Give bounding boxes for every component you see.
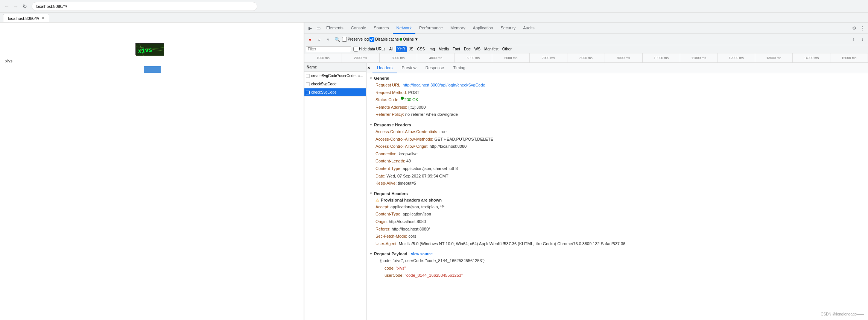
req-val-0: application/json, text/plain, */* <box>391 204 445 211</box>
general-section-header[interactable]: ▼ General <box>366 75 868 82</box>
disable-cache-checkbox[interactable]: Disable cache <box>369 37 399 42</box>
request-item-3[interactable]: checkSvgCode <box>304 88 366 97</box>
referrer-policy-key: Referrer Policy: <box>375 111 404 118</box>
req-val-2: http://localhost:8080 <box>389 218 426 225</box>
tab-network[interactable]: Network <box>393 23 415 34</box>
request-list-header: Name <box>304 63 366 72</box>
devtools-inspect-icon[interactable]: ▶ <box>306 24 314 32</box>
hide-data-urls-checkbox[interactable]: Hide data URLs <box>353 47 386 52</box>
request-item-1[interactable]: createSvgCode?userCode=code_8144_... <box>304 72 366 80</box>
network-filter-bar: Hide data URLs All XHR JS CSS Img Media … <box>304 45 868 53</box>
browser-tab[interactable]: localhost:8080/#/ ✕ <box>3 14 49 22</box>
filter-toggle-button[interactable]: ▿ <box>324 35 332 44</box>
tab-bar: localhost:8080/#/ ✕ <box>0 13 868 22</box>
request-payload-section: ▼ Request Payload view source {code: "xi… <box>366 249 868 281</box>
tab-application[interactable]: Application <box>469 23 497 34</box>
request-checkbox-1[interactable] <box>306 74 310 78</box>
payload-usercode-val: "code_8144_16625345561253" <box>405 272 463 279</box>
req-val-5: Mozilla/5.0 (Windows NT 10.0; Win64; x64… <box>399 241 625 247</box>
request-url-key: Request URL: <box>375 82 401 89</box>
forward-button[interactable]: → <box>12 3 20 10</box>
headers-tab-preview[interactable]: Preview <box>397 63 421 73</box>
timeline-bar: 1000 ms 2000 ms 3000 ms 4000 ms 5000 ms … <box>304 53 868 63</box>
resp-key-3: Connection: <box>375 151 398 158</box>
preserve-log-checkbox[interactable]: Preserve log <box>342 37 369 42</box>
filter-img[interactable]: Img <box>427 46 436 52</box>
resp-val-3: keep-alive <box>399 151 418 158</box>
request-checkbox-3[interactable] <box>306 91 310 94</box>
online-dot <box>400 38 402 41</box>
headers-tab-headers[interactable]: Headers <box>372 63 397 73</box>
remote-address-val: [::1]:3000 <box>408 104 426 111</box>
headers-tab-response[interactable]: Response <box>421 63 449 73</box>
filter-types: All XHR JS CSS Img Media Font Doc WS Man… <box>388 46 513 52</box>
search-button[interactable]: 🔍 <box>333 35 341 44</box>
record-button[interactable]: ● <box>306 35 314 44</box>
devtools-panel: ▶ ▭ Elements Console Sources Network Per… <box>304 23 868 320</box>
filter-js[interactable]: JS <box>407 46 415 52</box>
tab-sources[interactable]: Sources <box>370 23 392 34</box>
timeline-9000: 9000 ms <box>605 53 643 63</box>
filter-css[interactable]: CSS <box>416 46 427 52</box>
resp-key-1: Access-Control-Allow-Methods: <box>375 136 433 143</box>
reload-button[interactable]: ↻ <box>21 3 29 10</box>
req-val-3: http://localhost:8080/ <box>392 226 430 233</box>
tab-console[interactable]: Console <box>347 23 370 34</box>
filter-font[interactable]: Font <box>451 46 462 52</box>
svg-text:xivs: xivs <box>137 46 152 54</box>
provisional-note: ⚠ Provisional headers are shown <box>366 197 868 203</box>
timeline-4000: 4000 ms <box>417 53 455 63</box>
timeline-12000: 12000 ms <box>718 53 755 63</box>
devtools-device-icon[interactable]: ▭ <box>314 24 322 32</box>
request-payload-section-header[interactable]: ▼ Request Payload view source <box>366 250 868 257</box>
request-url-val[interactable]: http://localhost:3000/api/login/checkSvg… <box>403 82 485 89</box>
throttle-select[interactable]: Online ▼ <box>400 37 418 41</box>
devtools-more-icon[interactable]: ⋮ <box>858 24 866 32</box>
network-content: Name createSvgCode?userCode=code_8144_..… <box>304 63 868 320</box>
tab-audits[interactable]: Audits <box>519 23 538 34</box>
response-headers-section-header[interactable]: ▼ Response Headers <box>366 121 868 128</box>
request-headers-section-header[interactable]: ▼ Request Headers <box>366 190 868 197</box>
tab-performance[interactable]: Performance <box>415 23 447 34</box>
headers-tab-timing[interactable]: Timing <box>448 63 470 73</box>
payload-code-key: code: <box>385 265 395 272</box>
response-headers-triangle-icon: ▼ <box>369 123 372 126</box>
headers-panel: ✕ Headers Preview Response Timing ▼ Gene… <box>366 63 868 320</box>
filter-doc[interactable]: Doc <box>462 46 472 52</box>
request-item-2[interactable]: checkSvgCode <box>304 80 366 88</box>
filter-ws[interactable]: WS <box>473 46 482 52</box>
filter-all[interactable]: All <box>388 46 395 52</box>
clear-button[interactable]: ○ <box>315 35 323 44</box>
tab-close-icon[interactable]: ✕ <box>41 16 44 20</box>
request-headers-triangle-icon: ▼ <box>369 192 372 195</box>
panel-close-icon[interactable]: ✕ <box>366 66 371 70</box>
filter-media[interactable]: Media <box>437 46 450 52</box>
status-dot <box>401 97 404 100</box>
request-name-3: checkSvgCode <box>311 90 365 94</box>
filter-other[interactable]: Other <box>501 46 513 52</box>
export-button[interactable]: ↓ <box>858 35 866 44</box>
tab-memory[interactable]: Memory <box>447 23 469 34</box>
tab-elements[interactable]: Elements <box>322 23 347 34</box>
filter-input[interactable] <box>306 46 351 52</box>
general-referrer-policy: Referrer Policy: no-referrer-when-downgr… <box>366 111 868 118</box>
back-button[interactable]: ← <box>3 3 11 10</box>
resp-val-7: timeout=5 <box>398 180 416 187</box>
resp-val-0: true <box>439 129 447 135</box>
resp-val-4: 49 <box>406 158 411 165</box>
tab-security[interactable]: Security <box>497 23 519 34</box>
view-source-link[interactable]: view source <box>411 252 433 256</box>
captcha-input[interactable] <box>144 66 161 73</box>
devtools-settings-icon[interactable]: ⚙ <box>850 24 858 32</box>
import-button[interactable]: ↑ <box>849 35 857 44</box>
req-val-1: application/json <box>403 211 431 218</box>
request-checkbox-2[interactable] <box>306 82 310 86</box>
filter-manifest[interactable]: Manifest <box>483 46 500 52</box>
resp-keep-alive: Keep-Alive: timeout=5 <box>366 180 868 187</box>
filter-xhr[interactable]: XHR <box>396 46 407 52</box>
address-bar[interactable] <box>32 2 257 11</box>
payload-object-row: {code: "xivs", userCode: "code_8144_1662… <box>366 257 868 265</box>
resp-access-allow-creds: Access-Control-Allow-Credentials: true <box>366 128 868 136</box>
req-key-2: Origin: <box>375 218 388 225</box>
general-triangle-icon: ▼ <box>369 77 372 80</box>
